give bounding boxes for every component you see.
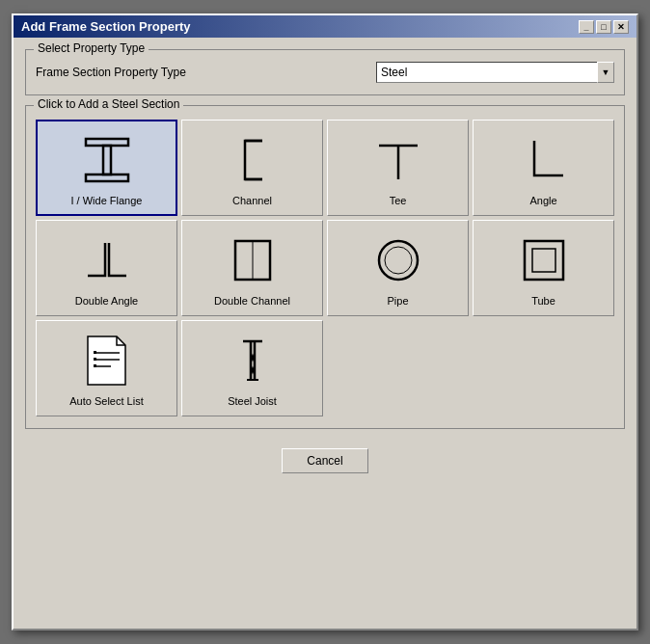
close-button[interactable]: ✕ bbox=[613, 20, 629, 34]
property-type-label: Frame Section Property Type bbox=[36, 66, 376, 79]
svg-rect-19 bbox=[94, 364, 96, 367]
tee-icon bbox=[369, 131, 427, 189]
i-wide-flange-icon bbox=[78, 131, 136, 189]
dialog-body: Select Property Type Frame Section Prope… bbox=[14, 38, 636, 498]
double-angle-icon bbox=[78, 231, 136, 289]
minimize-button[interactable]: _ bbox=[579, 20, 594, 34]
angle-icon bbox=[515, 131, 573, 189]
double-channel-icon bbox=[224, 231, 282, 289]
dropdown-arrow-icon[interactable]: ▼ bbox=[597, 62, 614, 83]
bottom-bar: Cancel bbox=[25, 439, 625, 487]
svg-rect-18 bbox=[94, 358, 96, 361]
section-btn-double-channel[interactable]: Double Channel bbox=[181, 220, 323, 316]
add-frame-section-dialog: Add Frame Section Property _ □ ✕ Select … bbox=[12, 13, 638, 631]
steel-joist-icon bbox=[224, 332, 282, 389]
section-btn-channel[interactable]: Channel bbox=[181, 120, 323, 216]
property-type-row: Frame Section Property Type Steel Concre… bbox=[36, 62, 614, 83]
svg-rect-13 bbox=[532, 249, 555, 272]
section-btn-angle[interactable]: Angle bbox=[473, 120, 614, 216]
i-wide-flange-label: I / Wide Flange bbox=[71, 195, 143, 206]
angle-label: Angle bbox=[529, 195, 556, 206]
dialog-titlebar: Add Frame Section Property _ □ ✕ bbox=[14, 15, 636, 38]
double-channel-label: Double Channel bbox=[214, 295, 290, 307]
svg-rect-12 bbox=[525, 241, 563, 280]
channel-icon bbox=[224, 131, 282, 189]
tube-icon bbox=[515, 231, 573, 289]
auto-select-list-icon bbox=[80, 332, 133, 389]
section-btn-pipe[interactable]: Pipe bbox=[327, 220, 469, 316]
steel-joist-label: Steel Joist bbox=[228, 395, 277, 407]
pipe-icon bbox=[369, 231, 427, 289]
section-btn-tee[interactable]: Tee bbox=[327, 120, 469, 216]
section-btn-steel-joist[interactable]: Steel Joist bbox=[181, 320, 323, 416]
property-type-legend: Select Property Type bbox=[34, 41, 149, 55]
dialog-title: Add Frame Section Property bbox=[21, 19, 191, 34]
steel-section-group: Click to Add a Steel Section I / Wide Fl… bbox=[25, 105, 625, 429]
pipe-label: Pipe bbox=[387, 295, 408, 307]
section-btn-double-angle[interactable]: Double Angle bbox=[36, 220, 177, 316]
maximize-button[interactable]: □ bbox=[596, 20, 611, 34]
sections-grid: I / Wide Flange Channel bbox=[36, 120, 614, 416]
titlebar-buttons: _ □ ✕ bbox=[579, 20, 629, 34]
double-angle-label: Double Angle bbox=[75, 295, 138, 307]
tube-label: Tube bbox=[531, 295, 555, 307]
tee-label: Tee bbox=[390, 195, 407, 206]
steel-section-legend: Click to Add a Steel Section bbox=[34, 97, 183, 111]
dropdown-wrapper: Steel Concrete Other ▼ bbox=[376, 62, 614, 83]
svg-point-11 bbox=[385, 247, 412, 274]
channel-label: Channel bbox=[232, 195, 272, 206]
section-btn-i-wide-flange[interactable]: I / Wide Flange bbox=[36, 120, 177, 216]
cancel-button[interactable]: Cancel bbox=[282, 448, 368, 473]
section-btn-auto-select-list[interactable]: Auto Select List bbox=[36, 320, 177, 416]
svg-rect-2 bbox=[103, 146, 111, 174]
auto-select-list-label: Auto Select List bbox=[69, 395, 143, 407]
section-btn-tube[interactable]: Tube bbox=[473, 220, 614, 316]
property-type-group: Select Property Type Frame Section Prope… bbox=[25, 49, 625, 95]
property-type-select[interactable]: Steel Concrete Other bbox=[376, 62, 598, 83]
svg-rect-17 bbox=[94, 351, 96, 354]
